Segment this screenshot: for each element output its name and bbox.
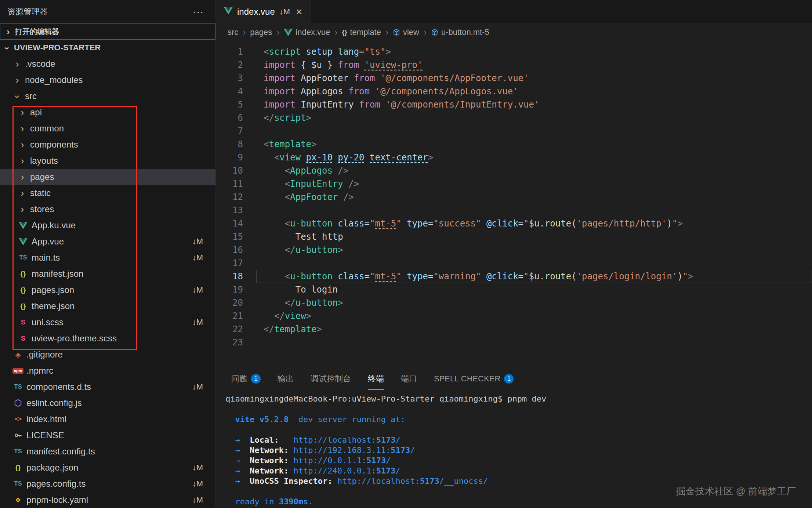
file-tree: ›.vscode›node_modules›src›api›common›com… (0, 56, 215, 508)
chevron-right-icon: › (18, 188, 27, 198)
breadcrumb-item-src[interactable]: src (228, 28, 238, 37)
code-line[interactable]: 3import AppFooter from '@/components/App… (216, 72, 812, 85)
tree-item-label: .vscode (25, 59, 55, 69)
key-icon (12, 431, 23, 439)
code-line[interactable]: 17 (216, 257, 812, 270)
code-line[interactable]: 13 (216, 204, 812, 217)
tree-item-app-ku-vue[interactable]: App.ku.vue (0, 217, 215, 233)
tree-item-components-d-ts[interactable]: TScomponents.d.ts↓M (0, 379, 215, 395)
terminal-link[interactable]: http://192.168.3.11: (293, 446, 391, 455)
breadcrumb-item-index-vue[interactable]: index.vue (284, 28, 330, 37)
tree-item-components[interactable]: ›components (0, 137, 215, 153)
tree-item-label: stores (30, 204, 54, 214)
project-root-header[interactable]: › UVIEW-PRO-STARTER (0, 40, 215, 56)
code-line[interactable]: 12 <AppFooter /> (216, 190, 812, 204)
chevron-right-icon: › (3, 27, 13, 36)
code-line[interactable]: 10 <AppLogos /> (216, 164, 812, 177)
tree-item-label: common (30, 123, 64, 134)
panel-tab-[interactable]: 问题1 (231, 368, 261, 390)
panel-tab-[interactable]: 调试控制台 (311, 368, 351, 390)
tree-item-stores[interactable]: ›stores (0, 201, 215, 217)
tree-item-pages-json[interactable]: {}pages.json↓M (0, 282, 215, 298)
tree-item-index-html[interactable]: <>index.html (0, 411, 215, 427)
line-number: 11 (216, 177, 243, 190)
tree-item-app-vue[interactable]: App.vue↓M (0, 233, 215, 250)
tree-item-manifest-json[interactable]: {}manifest.json (0, 266, 215, 282)
tree-item-static[interactable]: ›static (0, 185, 215, 201)
chevron-right-icon: › (18, 204, 27, 214)
terminal-link[interactable]: http://240.0.0.1: (293, 466, 376, 475)
code-line[interactable]: 21 </view> (216, 309, 812, 323)
tree-item-theme-json[interactable]: {}theme.json (0, 298, 215, 314)
tree-item-common[interactable]: ›common (0, 120, 215, 137)
tree-item-npmrc[interactable]: npm.npmrc (0, 363, 215, 379)
code-line[interactable]: 22</template> (216, 323, 812, 336)
code-line[interactable]: 19 To login (216, 283, 812, 296)
code-text: <template> (256, 138, 812, 151)
open-editors-header[interactable]: › 打开的编辑器 (0, 23, 215, 40)
terminal-link[interactable]: http://localhost: (293, 435, 376, 444)
tree-item-label: .gitignore (26, 349, 63, 360)
npm-icon: npm (12, 368, 23, 374)
tree-item-license[interactable]: LICENSE (0, 427, 215, 443)
json-icon: {} (18, 270, 29, 278)
code-line[interactable]: 8<template> (216, 138, 812, 151)
terminal-line: → Network: http://240.0.0.1:5173/ (225, 466, 812, 476)
code-line[interactable]: 9 <view px-10 py-20 text-center> (216, 151, 812, 164)
code-line[interactable]: 1<script setup lang="ts"> (216, 45, 812, 58)
code-line[interactable]: 20 </u-button> (216, 296, 812, 309)
code-line[interactable]: 18 <u-button class="mt-5" type="warning"… (216, 270, 812, 283)
tree-item-package-json[interactable]: {}package.json↓M (0, 460, 215, 476)
panel-tab-[interactable]: 端口 (401, 368, 417, 390)
tree-item-main-ts[interactable]: TSmain.ts↓M (0, 250, 215, 266)
tree-item-manifest-config-ts[interactable]: TSmanifest.config.ts (0, 443, 215, 460)
tree-item-pnpm-lock-yaml[interactable]: ❖pnpm-lock.yaml↓M (0, 492, 215, 508)
code-line[interactable]: 16 </u-button> (216, 243, 812, 257)
more-actions-icon[interactable]: ⋯ (193, 6, 204, 18)
tab-index-vue[interactable]: index.vue ↓M × (216, 0, 311, 23)
code-text (256, 336, 812, 349)
breadcrumb-item-u-button-mt-5[interactable]: u-button.mt-5 (431, 28, 489, 37)
json-icon: {} (12, 464, 23, 472)
panel-tab-label: SPELL CHECKER (434, 374, 500, 384)
code-line[interactable]: 5import InputEntry from '@/components/In… (216, 98, 812, 111)
code-editor[interactable]: 1<script setup lang="ts">2import { $u } … (216, 41, 812, 368)
code-line[interactable]: 4import AppLogos from '@/components/AppL… (216, 85, 812, 98)
close-icon[interactable]: × (296, 6, 302, 17)
code-text: </script> (256, 111, 812, 124)
terminal-link[interactable]: http://localhost: (337, 476, 420, 486)
panel-tab-label: 输出 (278, 373, 294, 384)
tree-item-api[interactable]: ›api (0, 104, 215, 120)
breadcrumb-item-pages[interactable]: pages (250, 28, 272, 37)
breadcrumb-item-view[interactable]: view (393, 28, 419, 37)
tree-item-pages[interactable]: ›pages (0, 169, 215, 185)
tree-item-eslint-config-js[interactable]: eslint.config.js (0, 395, 215, 411)
tab-bar: index.vue ↓M × (216, 0, 812, 24)
tree-item-node-modules[interactable]: ›node_modules (0, 72, 215, 88)
tree-item-pages-config-ts[interactable]: TSpages.config.ts↓M (0, 476, 215, 492)
tree-item-uni-scss[interactable]: Suni.scss↓M (0, 314, 215, 330)
breadcrumb-separator-icon: › (243, 27, 246, 37)
code-text (256, 124, 812, 138)
panel-tab-label: 端口 (401, 373, 417, 384)
git-modified-badge: ↓M (192, 479, 203, 489)
breadcrumb-item-template[interactable]: {}template (342, 28, 381, 37)
code-text: <AppLogos /> (256, 164, 812, 177)
code-line[interactable]: 15 Test http (216, 230, 812, 243)
code-line[interactable]: 6</script> (216, 111, 812, 124)
code-line[interactable]: 11 <InputEntry /> (216, 177, 812, 190)
tree-item-vscode[interactable]: ›.vscode (0, 56, 215, 72)
code-line[interactable]: 2import { $u } from 'uview-pro' (216, 58, 812, 72)
terminal-link[interactable]: http://0.0.1.1: (293, 456, 366, 465)
tree-item-src[interactable]: ›src (0, 88, 215, 104)
tree-item-gitignore[interactable]: ◈.gitignore (0, 346, 215, 363)
code-line[interactable]: 14 <u-button class="mt-5" type="success"… (216, 217, 812, 230)
panel-tab-[interactable]: 输出 (278, 368, 294, 390)
code-line[interactable]: 23 (216, 336, 812, 349)
code-line[interactable]: 7 (216, 124, 812, 138)
tree-item-layouts[interactable]: ›layouts (0, 153, 215, 169)
tree-item-uview-pro-theme-scss[interactable]: Suview-pro.theme.scss (0, 330, 215, 346)
breadcrumb-label: index.vue (296, 28, 330, 37)
panel-tab-[interactable]: 终端 (368, 368, 384, 390)
panel-tab-spell-checker[interactable]: SPELL CHECKER1 (434, 368, 514, 390)
